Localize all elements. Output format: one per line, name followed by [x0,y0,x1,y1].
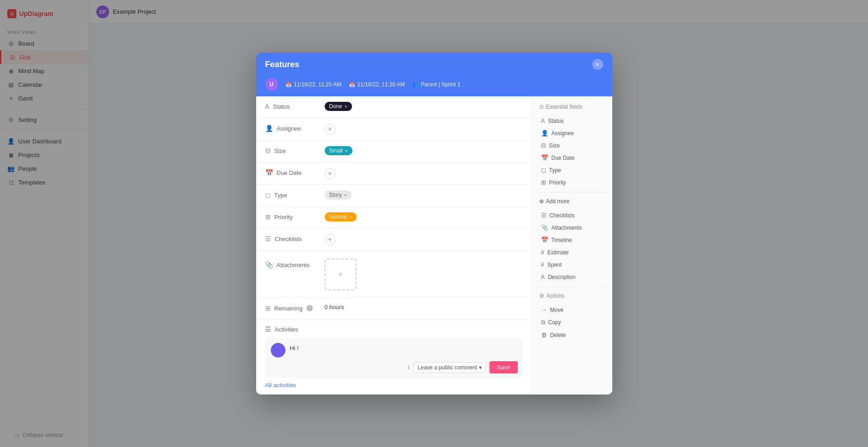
right-field-description[interactable]: A Description [537,271,608,283]
comment-type-label: Leave a public comment [418,364,477,371]
save-comment-button[interactable]: Save [489,361,518,373]
checklists-value: + [325,234,523,245]
size-row: ⊟ Size Small × [256,141,532,163]
remaining-info-icon[interactable]: i [306,305,313,311]
parent-label: Parent | Sprint 1 [421,81,461,88]
actions-icon: ⚙ [539,293,544,299]
right-duedate-icon: 📅 [541,154,548,161]
right-checklists-icon: ☰ [541,212,547,219]
calendar-icon-small2: 📅 [349,82,355,88]
activities-section: ☰ Activities Hi ! ℹ [256,320,532,394]
comment-type-chevron: ▾ [479,364,482,371]
assignee-add-button[interactable]: + [325,124,336,135]
attachment-add-button[interactable]: + [325,258,357,290]
status-tag-close[interactable]: × [344,104,347,109]
activities-label: Activities [275,326,298,333]
right-status-icon: A [541,117,545,124]
activity-footer: ℹ Leave a public comment ▾ Save [271,358,518,373]
right-size-icon: ⊟ [541,142,546,149]
modal-header: Features × [256,53,612,76]
attachments-value: + [325,258,523,290]
due-date-value: + [325,168,523,179]
modal-main: A Status Done × 👤 [256,96,532,394]
due-date-row: 📅 Due Date + [256,163,532,185]
right-field-assignee[interactable]: 👤 Assignee [537,127,608,139]
assignee-row: 👤 Assignee + [256,118,532,141]
right-field-estimate[interactable]: # Estimate [537,246,608,258]
status-row: A Status Done × [256,96,532,118]
info-icon-activity: ℹ [408,364,410,371]
move-icon: → [541,306,547,313]
modal-overlay: Features × U 📅 11/16/22, 11:20 AM 📅 11/1… [0,0,868,447]
right-field-duedate[interactable]: 📅 Due Date [537,152,608,164]
attachments-label: 📎 Attachments [265,258,325,268]
remaining-hours: 0 hours [325,304,344,310]
type-tag[interactable]: Story × [325,190,352,200]
priority-tag-close[interactable]: × [349,214,352,220]
assignee-label-icon: 👤 [265,125,273,132]
right-field-size[interactable]: ⊟ Size [537,139,608,152]
right-field-status[interactable]: A Status [537,115,608,127]
status-value: Done × [325,102,523,111]
right-divider-2 [537,287,608,287]
size-tag-close[interactable]: × [345,148,348,153]
type-tag-close[interactable]: × [344,192,347,198]
right-action-move[interactable]: → Move [537,304,608,316]
right-spent-icon: # [541,261,544,268]
activities-header: ☰ Activities [265,326,523,333]
comment-type-select[interactable]: Leave a public comment ▾ [414,362,486,373]
checklists-add-button[interactable]: + [325,234,336,245]
type-value: Story × [325,190,523,200]
priority-value: Normal × [325,212,523,221]
remaining-value: 0 hours [325,304,523,310]
remaining-label: ⊞ Remaining i [265,304,325,312]
due-date-label: 📅 Due Date [265,168,325,176]
modal-close-button[interactable]: × [592,59,603,70]
right-field-attachments[interactable]: 📎 Attachments [537,221,608,234]
activity-input-box: Hi ! [290,343,518,353]
right-field-type[interactable]: ◻ Type [537,164,608,176]
add-more-icon: ⊕ [539,198,544,205]
add-more-button[interactable]: ⊕ Add more [537,196,608,206]
assignee-value: + [325,124,523,135]
all-activities-link[interactable]: All activities [265,382,296,389]
modal-meta-parent: 👥 Parent | Sprint 1 [412,81,461,88]
modal-meta-avatar: U [265,78,278,91]
status-tag[interactable]: Done × [325,102,352,111]
remaining-row: ⊞ Remaining i 0 hours [256,298,532,320]
right-action-copy[interactable]: ⧉ Copy [537,316,608,329]
actions-title: ⚙ Actions [537,291,608,301]
app-background: U UpDiagram Work Views ⊞ Board ⊟ Grid ◉ … [0,0,868,447]
right-field-checklists[interactable]: ☰ Checklists [537,209,608,221]
priority-tag[interactable]: Normal × [325,212,357,221]
calendar-icon-small: 📅 [285,82,292,88]
right-divider-1 [537,192,608,193]
right-field-timeline[interactable]: 📅 Timeline [537,234,608,246]
due-date-add-button[interactable]: + [325,168,336,179]
right-action-delete[interactable]: 🗑 Delete [537,329,608,341]
delete-icon: 🗑 [541,331,547,338]
parent-icon: 👥 [412,82,419,88]
due-date-label-icon: 📅 [265,169,273,176]
modal-meta-created: 📅 11/16/22, 11:20 AM [285,81,342,88]
type-label: ◻ Type [265,190,325,199]
activities-icon: ☰ [265,326,271,333]
checklists-row: ☰ Checklists + [256,229,532,251]
size-tag[interactable]: Small × [325,146,352,155]
right-field-spent[interactable]: # Spent [537,258,608,271]
priority-label-icon: ⊞ [265,213,271,221]
modal-title: Features [265,60,300,69]
right-attachments-icon: 📎 [541,224,548,231]
copy-icon: ⧉ [541,319,545,326]
type-label-icon: ◻ [265,191,271,199]
attachments-row: 📎 Attachments + [256,251,532,298]
essential-fields-icon: ⊙ [539,104,544,110]
attachments-label-icon: 📎 [265,261,273,268]
right-field-priority[interactable]: ⊞ Priority [537,176,608,189]
right-assignee-icon: 👤 [541,130,548,137]
status-label-icon: A [265,103,269,110]
size-label: ⊟ Size [265,146,325,154]
type-row: ◻ Type Story × [256,185,532,207]
size-value: Small × [325,146,523,155]
checklists-label-icon: ☰ [265,235,271,242]
